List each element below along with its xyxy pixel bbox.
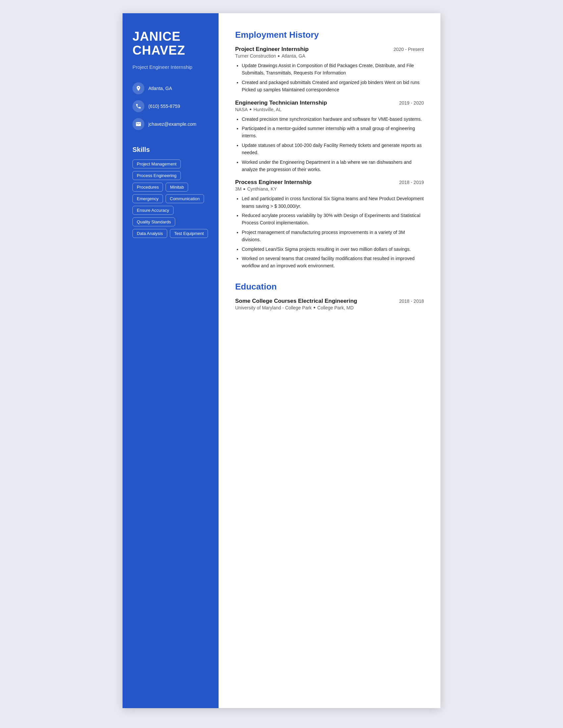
email-item: jchavez@example.com [132, 118, 209, 130]
location-item: Atlanta, GA [132, 82, 209, 94]
sidebar: JANICE CHAVEZ Project Engineer Internshi… [122, 13, 218, 708]
skills-heading: Skills [132, 146, 209, 154]
resume-wrapper: JANICE CHAVEZ Project Engineer Internshi… [122, 13, 441, 708]
location-icon [132, 82, 144, 94]
list-item: Update statuses of about 100-200 daily F… [242, 142, 424, 157]
job-dates: 2020 - Present [394, 47, 424, 52]
list-item: Reduced acrylate process variability by … [242, 212, 424, 227]
separator-dot [243, 188, 245, 190]
skills-section: Skills Project ManagementProcess Enginee… [132, 146, 209, 238]
skill-tag: Procedures [132, 183, 163, 192]
list-item: Project management of manufacturing proc… [242, 229, 424, 244]
email-text: jchavez@example.com [148, 121, 196, 127]
separator-dot [278, 55, 279, 57]
job-bullets: Update Drawings Assist in Composition of… [235, 62, 424, 94]
skills-tags: Project ManagementProcess EngineeringPro… [132, 159, 209, 238]
job-dates: 2018 - 2019 [399, 180, 424, 185]
skill-tag: Process Engineering [132, 171, 181, 180]
education-container: Some College Courses Electrical Engineer… [235, 298, 424, 310]
list-item: Update Drawings Assist in Composition of… [242, 62, 424, 77]
job-title: Process Engineer Internship [235, 179, 312, 186]
education-heading: Education [235, 282, 424, 292]
company-name: NASA [235, 107, 248, 112]
job-dates: 2019 - 2020 [399, 100, 424, 106]
company-name: 3M [235, 186, 241, 192]
company-name: Turner Construction [235, 53, 276, 59]
job-entry: Project Engineer Internship2020 - Presen… [235, 46, 424, 94]
job-bullets: Created precision time synchronization h… [235, 115, 424, 173]
job-entry: Process Engineer Internship2018 - 20193M… [235, 179, 424, 270]
company-location: Cynthiana, KY [247, 186, 277, 192]
contact-section: Atlanta, GA (610) 555-8759 jchavez@examp… [132, 82, 209, 130]
job-title: Engineering Technician Internship [235, 100, 327, 106]
job-header: Process Engineer Internship2018 - 2019 [235, 179, 424, 186]
separator-dot [250, 109, 251, 110]
company-location: Atlanta, GA [282, 53, 305, 59]
school-location: College Park, MD [317, 305, 354, 310]
edu-degree: Some College Courses Electrical Engineer… [235, 298, 357, 304]
skill-tag: Communication [165, 194, 204, 203]
job-header: Engineering Technician Internship2019 - … [235, 100, 424, 106]
list-item: Participated in a mentor-guided summer i… [242, 125, 424, 140]
job-title: Project Engineer Internship [235, 46, 309, 53]
skill-tag: Ensure Accuracy [132, 206, 173, 215]
job-bullets: Led and participated in cross functional… [235, 195, 424, 270]
separator-dot [314, 307, 315, 308]
list-item: Worked under the Engineering Department … [242, 159, 424, 173]
skill-tag: Data Analysis [132, 229, 167, 238]
job-company: 3MCynthiana, KY [235, 186, 424, 192]
list-item: Worked on several teams that created fac… [242, 255, 424, 270]
list-item: Created precision time synchronization h… [242, 115, 424, 123]
list-item: Created and packaged submittals Created … [242, 79, 424, 94]
main-content: Employment History Project Engineer Inte… [218, 13, 441, 708]
school-name: University of Maryland - College Park [235, 305, 312, 310]
skill-tag: Test Equipment [170, 229, 208, 238]
phone-item: (610) 555-8759 [132, 100, 209, 112]
education-entry: Some College Courses Electrical Engineer… [235, 298, 424, 310]
list-item: Led and participated in cross functional… [242, 195, 424, 210]
edu-dates: 2018 - 2018 [399, 298, 424, 304]
edu-school: University of Maryland - College ParkCol… [235, 305, 424, 310]
skill-tag: Emergency [132, 194, 163, 203]
job-header: Project Engineer Internship2020 - Presen… [235, 46, 424, 53]
email-icon [132, 118, 144, 130]
job-company: NASAHuntsville, AL [235, 107, 424, 112]
list-item: Completed Lean/Six Sigma projects result… [242, 246, 424, 253]
edu-header: Some College Courses Electrical Engineer… [235, 298, 424, 304]
employment-heading: Employment History [235, 30, 424, 40]
skill-tag: Quality Standards [132, 217, 175, 226]
jobs-container: Project Engineer Internship2020 - Presen… [235, 46, 424, 270]
job-company: Turner ConstructionAtlanta, GA [235, 53, 424, 59]
job-entry: Engineering Technician Internship2019 - … [235, 100, 424, 173]
candidate-name: JANICE CHAVEZ [132, 30, 209, 58]
company-location: Huntsville, AL [253, 107, 282, 112]
phone-text: (610) 555-8759 [148, 104, 180, 109]
candidate-title: Project Engineer Internship [132, 64, 209, 70]
skill-tag: Minitab [165, 183, 188, 192]
phone-icon [132, 100, 144, 112]
skill-tag: Project Management [132, 159, 181, 168]
location-text: Atlanta, GA [148, 86, 172, 91]
